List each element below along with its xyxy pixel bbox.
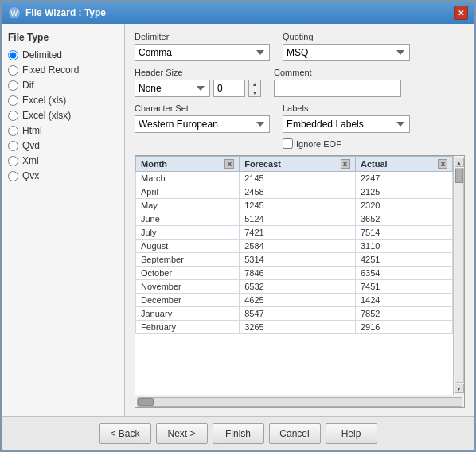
col-month: Month ✕: [136, 157, 240, 172]
next-button[interactable]: Next >: [156, 423, 208, 444]
close-button[interactable]: ✕: [454, 6, 468, 20]
form-row-2: Header Size None 1 2 3 ▲ ▼: [135, 68, 465, 97]
table-cell: 5124: [240, 212, 356, 226]
h-scroll-track[interactable]: [137, 397, 462, 407]
content-area: File Type Delimited Fixed Record Dif Exc…: [2, 24, 474, 416]
sidebar-item-xml[interactable]: Xml: [8, 155, 118, 166]
header-size-select[interactable]: None 1 2 3: [135, 80, 210, 97]
dif-radio[interactable]: [8, 80, 18, 91]
spinner-buttons: ▲ ▼: [248, 80, 261, 97]
sidebar: File Type Delimited Fixed Record Dif Exc…: [2, 24, 125, 416]
table-cell: June: [136, 212, 240, 226]
scroll-thumb[interactable]: [455, 169, 463, 183]
header-size-input[interactable]: [213, 80, 245, 97]
footer: < Back Next > Finish Cancel Help: [2, 416, 474, 450]
table-row: June51243652: [136, 212, 453, 226]
back-button[interactable]: < Back: [99, 423, 151, 444]
data-table: Month ✕ Forecast ✕: [135, 156, 453, 334]
table-cell: September: [136, 253, 240, 267]
sidebar-item-qvx[interactable]: Qvx: [8, 170, 118, 181]
delimiter-label: Delimiter: [135, 32, 270, 41]
sidebar-item-html[interactable]: Html: [8, 125, 118, 136]
table-cell: 7852: [355, 307, 452, 321]
table-cell: February: [136, 321, 240, 334]
table-body: March21452247April24582125May12452320Jun…: [136, 172, 453, 334]
table-cell: 2320: [355, 199, 452, 212]
quoting-label: Quoting: [283, 32, 410, 41]
table-row: April24582125: [136, 185, 453, 199]
excel-xls-label: Excel (xls): [22, 95, 66, 106]
quoting-select[interactable]: MSQ None Standard: [283, 44, 410, 61]
labels-select[interactable]: Embedded Labels No Labels Explicit Label…: [283, 115, 410, 133]
ignore-eof-label: Ignore EOF: [296, 139, 341, 149]
vertical-scrollbar[interactable]: ▲ ▼: [453, 156, 464, 395]
ignore-eof-group: Ignore EOF: [283, 138, 410, 149]
delimiter-group: Delimiter Comma Semicolon Tab Custom: [135, 32, 270, 61]
scroll-up-button[interactable]: ▲: [455, 158, 464, 167]
comment-group: Comment: [274, 68, 401, 97]
sidebar-item-delimited[interactable]: Delimited: [8, 49, 118, 60]
cancel-button[interactable]: Cancel: [269, 423, 321, 444]
scroll-down-button[interactable]: ▼: [455, 384, 464, 393]
sidebar-title: File Type: [8, 32, 118, 43]
table-cell: May: [136, 199, 240, 212]
comment-input[interactable]: [274, 80, 401, 97]
table-row: January85477852: [136, 307, 453, 321]
sidebar-item-excel-xls[interactable]: Excel (xls): [8, 95, 118, 106]
delimiter-select[interactable]: Comma Semicolon Tab Custom: [135, 44, 270, 61]
excel-xls-radio[interactable]: [8, 95, 18, 106]
xml-radio[interactable]: [8, 156, 18, 166]
sidebar-item-qvd[interactable]: Qvd: [8, 140, 118, 151]
h-scroll-thumb[interactable]: [138, 398, 154, 406]
col-actual: Actual ✕: [355, 157, 452, 172]
scroll-track[interactable]: [455, 168, 464, 383]
help-button[interactable]: Help: [326, 423, 377, 444]
table-cell: July: [136, 226, 240, 240]
comment-label: Comment: [274, 68, 401, 77]
table-cell: August: [136, 240, 240, 253]
charset-group: Character Set Western European UTF-8 UTF…: [135, 103, 270, 133]
qvx-radio[interactable]: [8, 171, 18, 181]
table-cell: 6354: [355, 267, 452, 280]
spinner-up-button[interactable]: ▲: [249, 80, 260, 88]
table-cell: March: [136, 172, 240, 185]
col-forecast-remove-button[interactable]: ✕: [341, 159, 350, 169]
sidebar-item-excel-xlsx[interactable]: Excel (xlsx): [8, 110, 118, 121]
col-actual-remove-button[interactable]: ✕: [438, 159, 447, 169]
qvd-label: Qvd: [22, 140, 40, 151]
col-month-remove-button[interactable]: ✕: [224, 159, 234, 169]
horizontal-scrollbar[interactable]: [135, 395, 464, 407]
main-window: W File Wizard : Type ✕ File Type Delimit…: [0, 0, 476, 452]
table-cell: January: [136, 307, 240, 321]
html-radio[interactable]: [8, 126, 18, 136]
qvd-radio[interactable]: [8, 141, 18, 151]
excel-xlsx-radio[interactable]: [8, 111, 18, 121]
table-cell: 2125: [355, 185, 452, 199]
excel-xlsx-label: Excel (xlsx): [22, 110, 71, 121]
table-scroll-area[interactable]: Month ✕ Forecast ✕: [135, 156, 453, 395]
sidebar-item-fixed-record[interactable]: Fixed Record: [8, 64, 118, 76]
form-row-1: Delimiter Comma Semicolon Tab Custom Quo…: [135, 32, 465, 61]
wizard-icon: W: [8, 6, 21, 19]
fixed-record-radio[interactable]: [8, 65, 18, 76]
col-forecast: Forecast ✕: [240, 157, 356, 172]
table-cell: 1424: [355, 294, 452, 307]
charset-select[interactable]: Western European UTF-8 UTF-16: [135, 115, 270, 133]
labels-group: Labels Embedded Labels No Labels Explici…: [283, 103, 410, 149]
delimited-radio[interactable]: [8, 50, 18, 60]
table-row: July74217514: [136, 226, 453, 240]
labels-label: Labels: [283, 103, 410, 113]
sidebar-item-dif[interactable]: Dif: [8, 80, 118, 91]
finish-button[interactable]: Finish: [213, 423, 264, 444]
svg-text:W: W: [10, 9, 18, 18]
spinner-down-button[interactable]: ▼: [249, 88, 260, 96]
table-cell: 3110: [355, 240, 452, 253]
table-cell: 1245: [240, 199, 356, 212]
table-cell: 8547: [240, 307, 356, 321]
ignore-eof-checkbox[interactable]: [283, 138, 293, 149]
table-cell: 7421: [240, 226, 356, 240]
data-table-container: Month ✕ Forecast ✕: [135, 155, 465, 408]
xml-label: Xml: [22, 155, 39, 166]
table-cell: 2145: [240, 172, 356, 185]
table-cell: 6532: [240, 280, 356, 294]
